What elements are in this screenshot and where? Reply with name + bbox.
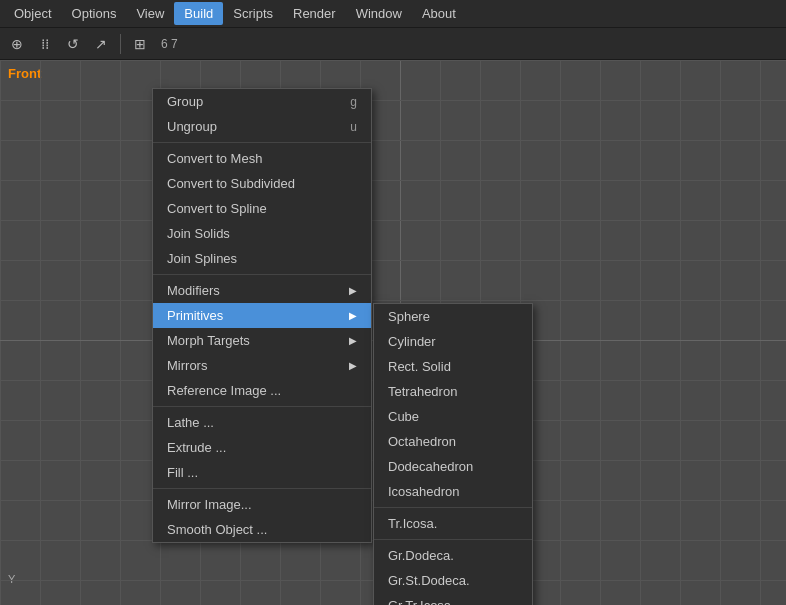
build-menu-item-11[interactable]: Reference Image ... <box>153 378 371 403</box>
build-menu-item-10[interactable]: Mirrors▶ <box>153 353 371 378</box>
build-menu-item-8[interactable]: Primitives▶ <box>153 303 371 328</box>
menubar-build[interactable]: Build <box>174 2 223 25</box>
toolbar-icon-3[interactable]: ↺ <box>62 33 84 55</box>
menubar-render[interactable]: Render <box>283 2 346 25</box>
menubar-view[interactable]: View <box>126 2 174 25</box>
build-menu-item-15[interactable]: Mirror Image... <box>153 492 371 517</box>
build-menu-item-7[interactable]: Modifiers▶ <box>153 278 371 303</box>
primitives-item-9[interactable]: Gr.Dodeca. <box>374 543 532 568</box>
menu-divider-14 <box>153 488 371 489</box>
build-menu-item-13[interactable]: Extrude ... <box>153 435 371 460</box>
build-menu-item-14[interactable]: Fill ... <box>153 460 371 485</box>
build-menu-item-6[interactable]: Join Splines <box>153 246 371 271</box>
menu-divider-1 <box>153 142 371 143</box>
build-menu-item-4[interactable]: Convert to Spline <box>153 196 371 221</box>
toolbar: ⊕ ⁞⁞ ↺ ↗ ⊞ 6 7 <box>0 28 786 60</box>
primitives-submenu: SphereCylinderRect. SolidTetrahedronCube… <box>373 303 533 605</box>
primitives-item-5[interactable]: Octahedron <box>374 429 532 454</box>
build-menu-item-16[interactable]: Smooth Object ... <box>153 517 371 542</box>
primitives-item-10[interactable]: Gr.St.Dodeca. <box>374 568 532 593</box>
primitives-item-3[interactable]: Tetrahedron <box>374 379 532 404</box>
menu-divider-11 <box>153 406 371 407</box>
toolbar-icon-5[interactable]: ⊞ <box>129 33 151 55</box>
menubar-window[interactable]: Window <box>346 2 412 25</box>
toolbar-icon-2[interactable]: ⁞⁞ <box>34 33 56 55</box>
build-menu-item-12[interactable]: Lathe ... <box>153 410 371 435</box>
menubar-scripts[interactable]: Scripts <box>223 2 283 25</box>
primitives-item-1[interactable]: Cylinder <box>374 329 532 354</box>
menu-divider-6 <box>153 274 371 275</box>
build-menu-item-9[interactable]: Morph Targets▶ <box>153 328 371 353</box>
primitives-divider-7 <box>374 507 532 508</box>
toolbar-numbers: 6 7 <box>161 37 178 51</box>
toolbar-separator <box>120 34 121 54</box>
menubar-about[interactable]: About <box>412 2 466 25</box>
build-menu-item-1[interactable]: Ungroupu <box>153 114 371 139</box>
primitives-item-11[interactable]: Gr.Tr.Icosa. <box>374 593 532 605</box>
primitives-item-2[interactable]: Rect. Solid <box>374 354 532 379</box>
build-menu: GroupgUngroupuConvert to MeshConvert to … <box>152 88 372 543</box>
build-menu-item-0[interactable]: Groupg <box>153 89 371 114</box>
primitives-item-6[interactable]: Dodecahedron <box>374 454 532 479</box>
primitives-item-0[interactable]: Sphere <box>374 304 532 329</box>
menubar-object[interactable]: Object <box>4 2 62 25</box>
menubar: Object Options View Build Scripts Render… <box>0 0 786 28</box>
menubar-options[interactable]: Options <box>62 2 127 25</box>
primitives-item-7[interactable]: Icosahedron <box>374 479 532 504</box>
primitives-item-4[interactable]: Cube <box>374 404 532 429</box>
build-menu-item-3[interactable]: Convert to Subdivided <box>153 171 371 196</box>
build-dropdown-container: GroupgUngroupuConvert to MeshConvert to … <box>152 88 372 543</box>
primitives-item-8[interactable]: Tr.Icosa. <box>374 511 532 536</box>
toolbar-icon-4[interactable]: ↗ <box>90 33 112 55</box>
primitives-divider-8 <box>374 539 532 540</box>
build-menu-item-2[interactable]: Convert to Mesh <box>153 146 371 171</box>
main-area: Front Y GroupgUngroupuConvert to MeshCon… <box>0 60 786 605</box>
toolbar-icon-1[interactable]: ⊕ <box>6 33 28 55</box>
build-menu-item-5[interactable]: Join Solids <box>153 221 371 246</box>
